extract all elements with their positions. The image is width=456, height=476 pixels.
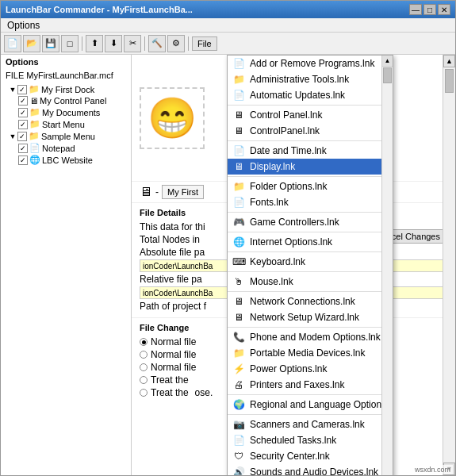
dropdown-item-controlpanel[interactable]: 🖥 ControlPanel.lnk bbox=[228, 123, 393, 139]
dropdown-item-control-panel[interactable]: 🖥 Control Panel.lnk bbox=[228, 107, 393, 123]
toolbar-btn7[interactable]: ✂ bbox=[124, 35, 141, 52]
sep10 bbox=[228, 394, 393, 395]
radio-label-4: Treat the bbox=[151, 374, 189, 386]
icon-start-menu: 📁 bbox=[29, 119, 40, 129]
radio-label-2: Normal file bbox=[151, 349, 196, 360]
maximize-button[interactable]: □ bbox=[423, 4, 436, 15]
detail-label-2: Total Nodes in bbox=[140, 234, 200, 245]
folder-icon: 📁 bbox=[29, 84, 40, 94]
dropdown-label-portable-media: Portable Media Devices.lnk bbox=[250, 347, 365, 359]
dropdown-item-power-options[interactable]: ⚡ Power Options.lnk bbox=[228, 361, 393, 377]
tree-item-lbc-website[interactable]: 🌐 LBC Website bbox=[2, 154, 129, 166]
dropdown-item-date-time[interactable]: 📄 Date and Time.lnk bbox=[228, 143, 393, 159]
sep9 bbox=[228, 327, 393, 328]
tree-label-my-documents: My Documents bbox=[42, 108, 100, 117]
dropdown-item-regional[interactable]: 🌍 Regional and Language Options.lnk bbox=[228, 397, 393, 413]
radio-1[interactable] bbox=[140, 338, 148, 346]
detail-label-4: Relative file pa bbox=[140, 274, 202, 285]
dropdown-label-date-time: Date and Time.lnk bbox=[250, 145, 327, 156]
toolbar-btn9[interactable]: ⚙ bbox=[167, 35, 185, 52]
tree-item-start-menu[interactable]: 📁 Start Menu bbox=[2, 118, 129, 130]
dropdown-item-security-center[interactable]: 🛡 Security Center.lnk bbox=[228, 448, 393, 464]
close-button[interactable]: ✕ bbox=[438, 4, 450, 15]
dropdown-item-auto-updates[interactable]: 📄 Automatic Updates.lnk bbox=[228, 87, 393, 103]
dropdown-item-sounds[interactable]: 🔊 Sounds and Audio Devices.lnk bbox=[228, 464, 393, 475]
checkbox-lbc-website[interactable] bbox=[18, 155, 28, 165]
dropdown-item-game-controllers[interactable]: 🎮 Game Controllers.lnk bbox=[228, 214, 393, 230]
dropdown-item-keyboard[interactable]: ⌨ Keyboard.lnk bbox=[228, 254, 393, 270]
title-bar-buttons: — □ ✕ bbox=[409, 4, 450, 15]
toolbar-file[interactable]: File bbox=[192, 36, 217, 51]
dropdown-label-regional: Regional and Language Options.lnk bbox=[250, 399, 393, 410]
dropdown-label-scanners: Scanners and Cameras.lnk bbox=[250, 419, 365, 430]
dropdown-item-mouse[interactable]: 🖱 Mouse.lnk bbox=[228, 274, 393, 290]
checkbox-my-first-dock[interactable] bbox=[17, 85, 27, 94]
dropdown-item-portable-media[interactable]: 📁 Portable Media Devices.lnk bbox=[228, 345, 393, 361]
dropdown-icon-sounds: 🔊 bbox=[232, 466, 245, 475]
icon-my-control-panel: 🖥 bbox=[29, 96, 38, 106]
dropdown-label-display: Display.lnk bbox=[250, 161, 295, 172]
minimize-button[interactable]: — bbox=[409, 4, 422, 15]
dropdown-item-phone-modem[interactable]: 📞 Phone and Modem Options.lnk bbox=[228, 329, 393, 345]
dropdown-item-display[interactable]: 🖥 Display.lnk bbox=[228, 159, 393, 175]
scroll-up-btn[interactable]: ▲ bbox=[443, 55, 455, 67]
dropdown-icon-fonts: 📄 bbox=[232, 196, 245, 209]
checkbox-start-menu[interactable] bbox=[18, 120, 28, 129]
title-bar: LaunchBar Commander - MyFirstLaunchBa...… bbox=[1, 1, 455, 18]
toolbar-btn4[interactable]: □ bbox=[61, 35, 79, 52]
dropdown-icon-control-panel: 🖥 bbox=[232, 109, 245, 121]
computer-icon: 🖥 bbox=[140, 185, 152, 199]
sep4 bbox=[228, 212, 393, 213]
dropdown-scroll-track bbox=[382, 67, 393, 475]
dropdown-icon-auto-updates: 📄 bbox=[232, 89, 245, 102]
radio-2[interactable] bbox=[140, 351, 148, 359]
checkbox-my-control-panel[interactable] bbox=[18, 96, 28, 106]
dropdown-scroll-thumb[interactable] bbox=[383, 67, 392, 83]
dropdown-item-network-conn[interactable]: 🖥 Network Connections.lnk bbox=[228, 294, 393, 309]
tree-item-sample-menu[interactable]: ▼ 📁 Sample Menu bbox=[2, 130, 129, 142]
dropdown-item-scanners[interactable]: 📷 Scanners and Cameras.lnk bbox=[228, 416, 393, 432]
toolbar-save[interactable]: 💾 bbox=[42, 35, 59, 52]
tree-item-my-documents[interactable]: 📁 My Documents bbox=[2, 106, 129, 118]
toolbar-btn5[interactable]: ⬆ bbox=[86, 35, 103, 52]
checkbox-my-documents[interactable] bbox=[18, 108, 28, 117]
checkbox-notepad[interactable] bbox=[18, 144, 28, 153]
sep8 bbox=[228, 291, 393, 292]
toolbar-btn8[interactable]: 🔨 bbox=[148, 35, 166, 52]
tree: ▼ 📁 My First Dock 🖥 My Control Panel 📁 M… bbox=[1, 82, 131, 475]
radio-label-1: Normal file bbox=[151, 336, 196, 347]
dropdown-item-internet-options[interactable]: 🌐 Internet Options.lnk bbox=[228, 234, 393, 250]
toolbar-btn6[interactable]: ⬇ bbox=[105, 35, 122, 52]
toolbar-open[interactable]: 📂 bbox=[23, 35, 40, 52]
tree-label-sample-menu: Sample Menu bbox=[41, 132, 95, 141]
right-panel: 😁 🖥 - My First Cancel Changes File Detai… bbox=[132, 55, 455, 475]
checkbox-sample-menu[interactable] bbox=[17, 132, 27, 141]
dropdown-icon-folder-options: 📁 bbox=[232, 180, 245, 193]
dropdown-scroll-up[interactable]: ▲ bbox=[382, 56, 393, 67]
dropdown-item-printers[interactable]: 🖨 Printers and Faxes.lnk bbox=[228, 377, 393, 393]
dropdown-label-fonts: Fonts.lnk bbox=[250, 197, 289, 208]
menu-bar: Options bbox=[1, 18, 455, 33]
scroll-thumb[interactable] bbox=[445, 69, 454, 93]
tree-item-my-first-dock[interactable]: ▼ 📁 My First Dock bbox=[2, 83, 129, 95]
radio-4[interactable] bbox=[140, 376, 148, 384]
dropdown-item-scheduled-tasks[interactable]: 📄 Scheduled Tasks.lnk bbox=[228, 432, 393, 448]
icon-lbc-website: 🌐 bbox=[29, 155, 40, 165]
dropdown-label-printers: Printers and Faxes.lnk bbox=[250, 379, 344, 390]
dropdown-item-fonts[interactable]: 📄 Fonts.lnk bbox=[228, 194, 393, 210]
dropdown-icon-internet-options: 🌐 bbox=[232, 236, 245, 248]
dropdown-item-folder-options[interactable]: 📁 Folder Options.lnk bbox=[228, 178, 393, 194]
toolbar-new[interactable]: 📄 bbox=[4, 35, 21, 52]
dropdown-item-add-remove[interactable]: 📄 Add or Remove Programs.lnk bbox=[228, 56, 393, 71]
sep1 bbox=[228, 105, 393, 106]
tree-label-start-menu: Start Menu bbox=[42, 120, 85, 129]
tree-item-my-control-panel[interactable]: 🖥 My Control Panel bbox=[2, 95, 129, 106]
dropdown-item-network-wizard[interactable]: 🖥 Network Setup Wizard.lnk bbox=[228, 309, 393, 325]
detail-label-3: Absolute file pa bbox=[140, 247, 205, 258]
radio-5[interactable] bbox=[140, 389, 148, 397]
tree-item-notepad[interactable]: 📄 Notepad bbox=[2, 142, 129, 154]
dropdown-label-network-conn: Network Connections.lnk bbox=[250, 296, 355, 307]
radio-3[interactable] bbox=[140, 363, 148, 371]
dropdown-item-admin-tools[interactable]: 📁 Administrative Tools.lnk bbox=[228, 71, 393, 87]
menu-options[interactable]: Options bbox=[4, 19, 43, 32]
